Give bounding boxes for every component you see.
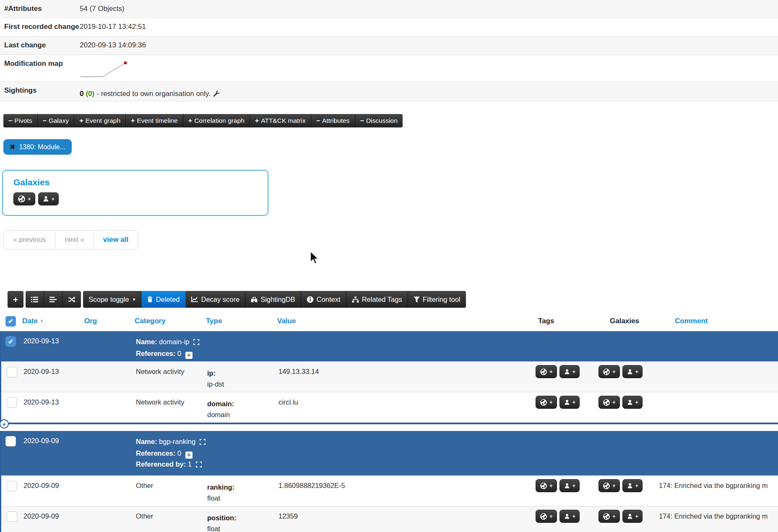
add-local-tag-button[interactable]: + — [559, 479, 580, 492]
add-local-galaxy-button[interactable]: + — [622, 396, 643, 409]
toggle-pivots-button[interactable]: − Pivots — [3, 114, 38, 127]
add-attribute-button[interactable]: + — [8, 291, 23, 308]
modification-sparkline-chart — [80, 60, 129, 80]
galaxies-panel-title: Galaxies — [3, 171, 268, 187]
context-button[interactable]: Context — [301, 291, 346, 308]
plus-icon: + — [549, 400, 553, 405]
globe-icon — [603, 482, 610, 490]
summary-row-first-change: First recorded change 2019-10-17 13:42:5… — [0, 18, 778, 36]
toggle-attributes-button[interactable]: − Attributes — [311, 114, 355, 127]
references-count: 0 — [177, 350, 181, 357]
condensed-view-button[interactable] — [44, 291, 62, 308]
add-reference-icon[interactable]: + — [185, 352, 193, 359]
plus-icon: + — [572, 400, 576, 405]
expand-icon[interactable] — [196, 459, 202, 470]
add-global-tag-button[interactable]: + — [536, 479, 557, 492]
next-page-button[interactable]: next » — [55, 231, 94, 249]
sort-by-category[interactable]: Category — [135, 317, 166, 325]
summary-value: 2020-09-13 14:09:36 — [80, 36, 146, 54]
tag-label: 1380: Module... — [19, 143, 65, 151]
expand-icon[interactable] — [193, 337, 199, 348]
plus-icon: + — [549, 514, 553, 519]
galaxies-header: Galaxies — [610, 317, 639, 325]
sort-by-date[interactable]: Date — [22, 317, 38, 325]
add-local-galaxy-button[interactable]: + — [622, 479, 643, 492]
row-checkbox[interactable] — [7, 481, 17, 491]
object-comment: 174: Enriched via the bgpranking m — [657, 470, 778, 476]
minus-icon: − — [360, 117, 364, 125]
attribute-value: 12359 — [274, 506, 533, 532]
sort-by-value[interactable]: Value — [277, 317, 296, 325]
event-summary-table: #Attributes 54 (7 Objects) First recorde… — [0, 0, 778, 101]
toggle-event-timeline-button[interactable]: + Event timeline — [126, 114, 183, 127]
scope-toggle-button[interactable]: Scope toggle ▾ — [83, 291, 141, 308]
add-global-tag-button[interactable]: + — [536, 365, 557, 378]
row-checkbox[interactable] — [7, 367, 17, 377]
add-local-tag-button[interactable]: + — [559, 396, 580, 409]
add-global-galaxy-button[interactable]: + — [13, 192, 35, 205]
add-attribute-to-object-button[interactable]: + — [0, 419, 9, 428]
add-global-galaxy-button[interactable]: + — [598, 396, 620, 409]
plus-icon: + — [612, 514, 616, 519]
add-local-tag-button[interactable]: + — [559, 510, 580, 523]
toggle-correlation-graph-button[interactable]: + Correlation graph — [183, 114, 250, 127]
sightingdb-button[interactable]: SightingDB — [245, 291, 301, 308]
add-global-tag-button[interactable]: + — [536, 396, 557, 409]
user-icon — [564, 483, 570, 489]
binoculars-icon — [251, 296, 258, 303]
add-local-galaxy-button[interactable]: + — [622, 365, 643, 378]
toggle-discussion-button[interactable]: − Discussion — [355, 114, 403, 127]
add-global-galaxy-button[interactable]: + — [598, 510, 620, 523]
add-reference-icon[interactable]: + — [185, 452, 193, 459]
list-view-button[interactable] — [26, 291, 44, 308]
user-icon — [42, 195, 49, 202]
shuffle-view-button[interactable] — [62, 291, 81, 308]
toggle-attack-matrix-button[interactable]: + ATT&CK matrix — [250, 114, 311, 127]
row-checkbox[interactable] — [5, 436, 16, 446]
summary-label: Modification map — [0, 55, 80, 81]
chart-line-icon — [191, 296, 198, 303]
plus-icon: + — [28, 196, 31, 202]
row-checkbox[interactable] — [7, 397, 17, 408]
sightings-text: - restricted to own organisation only. — [96, 90, 211, 98]
object-meta: Name: bgp-ranking References: 0 + Refere… — [133, 431, 533, 470]
sort-by-org[interactable]: Org — [84, 317, 97, 325]
globe-icon — [603, 399, 610, 406]
deleted-toggle-button[interactable]: Deleted — [141, 291, 186, 308]
select-all-checkbox[interactable]: ✔ — [5, 316, 16, 327]
remove-tag-icon[interactable]: ✖ — [10, 143, 15, 151]
plus-icon: + — [612, 369, 616, 374]
add-local-galaxy-button[interactable]: + — [622, 510, 643, 523]
row-checkbox[interactable]: ✔ — [5, 336, 16, 347]
summary-value: 54 (7 Objects) — [80, 0, 125, 18]
related-tags-button[interactable]: Related Tags — [346, 291, 408, 308]
plus-icon: + — [572, 369, 576, 374]
minus-icon: − — [316, 117, 320, 125]
sort-by-type[interactable]: Type — [206, 317, 222, 325]
toggle-event-graph-button[interactable]: + Event graph — [74, 114, 126, 127]
object-name: domain-ip — [159, 338, 189, 345]
view-all-button[interactable]: view all — [94, 231, 138, 249]
add-global-tag-button[interactable]: + — [536, 510, 557, 523]
event-tag[interactable]: ✖ 1380: Module... — [3, 139, 72, 155]
expand-icon[interactable] — [200, 437, 206, 448]
mouse-cursor — [310, 251, 322, 265]
add-local-tag-button[interactable]: + — [559, 365, 580, 378]
object-date: 2020-09-13 — [20, 331, 82, 359]
add-global-galaxy-button[interactable]: + — [598, 365, 620, 378]
add-global-galaxy-button[interactable]: + — [598, 479, 620, 492]
filtering-tool-button[interactable]: Filtering tool — [408, 291, 466, 308]
trash-icon — [147, 296, 153, 303]
add-local-galaxy-button[interactable]: + — [38, 192, 59, 205]
plus-icon: + — [635, 514, 639, 519]
sort-by-comment[interactable]: Comment — [675, 317, 708, 325]
decay-score-button[interactable]: Decay score — [186, 291, 246, 308]
row-checkbox[interactable] — [7, 511, 17, 522]
summary-row-last-change: Last change 2020-09-13 14:09:36 — [0, 36, 778, 55]
shuffle-icon — [68, 296, 75, 303]
plus-icon: + — [612, 483, 616, 488]
toggle-galaxy-button[interactable]: − Galaxy — [38, 114, 75, 127]
previous-page-button[interactable]: « previous — [4, 231, 55, 249]
wrench-icon[interactable] — [213, 90, 220, 97]
plus-icon: + — [635, 400, 639, 405]
